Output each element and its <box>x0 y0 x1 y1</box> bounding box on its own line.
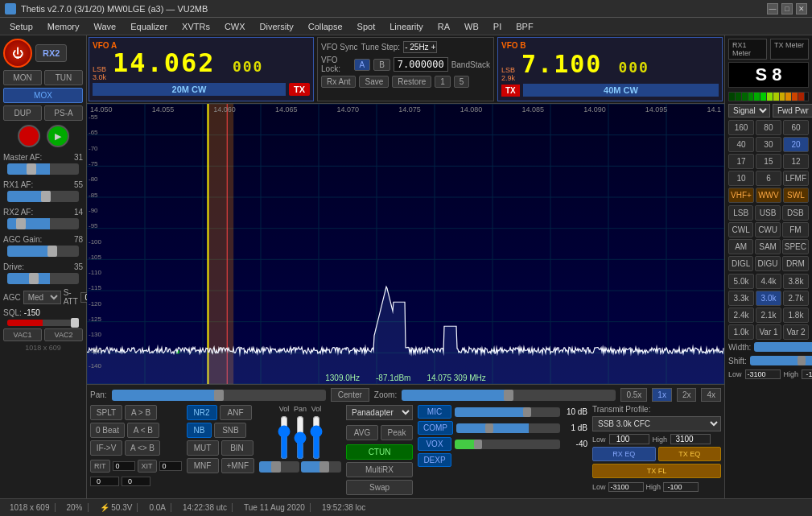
tun-button[interactable]: TUN <box>44 70 83 85</box>
rit-value[interactable] <box>113 461 135 471</box>
rx2-button[interactable]: RX2 <box>35 44 67 62</box>
rx-ant-btn[interactable]: Rx Ant <box>321 76 356 88</box>
minimize-btn[interactable]: — <box>767 3 778 14</box>
vfo-a-freq[interactable]: 14.062 000 <box>113 50 263 76</box>
tx-profile-select[interactable]: SSB 3.0k CFC <box>592 416 721 431</box>
band-wwv[interactable]: WWV <box>756 188 781 203</box>
band-80[interactable]: 80 <box>756 120 781 135</box>
play-button[interactable]: ▶ <box>47 125 69 147</box>
high-filter-spin[interactable] <box>663 482 699 492</box>
agc-gain-slider[interactable] <box>7 246 79 257</box>
width-slider[interactable] <box>754 342 812 352</box>
pan-slider[interactable] <box>112 390 326 401</box>
zoom-4-btn[interactable]: 4x <box>701 388 721 402</box>
plus-mnf-btn[interactable]: +MNF <box>221 458 255 473</box>
high-spin[interactable] <box>670 434 711 444</box>
mode-digl[interactable]: DIGL <box>728 256 753 271</box>
menu-setup[interactable]: Setup <box>3 20 39 33</box>
filter-21k[interactable]: 2.1k <box>756 308 781 323</box>
swap-btn[interactable]: Swap <box>346 480 413 495</box>
avg-btn[interactable]: AVG <box>346 425 378 440</box>
ctun-btn[interactable]: CTUN <box>346 444 413 460</box>
band-lfmf[interactable]: LFMF <box>783 171 809 186</box>
zoom-2-btn[interactable]: 2x <box>677 388 697 402</box>
mode-sam[interactable]: SAM <box>755 239 780 254</box>
vfo-b-freq[interactable]: 7.100 000 <box>521 50 649 78</box>
filter-10k[interactable]: 1.0k <box>728 324 754 340</box>
mode-cwu[interactable]: CWU <box>755 222 780 237</box>
a-swap-b-btn[interactable]: A <> B <box>125 440 160 456</box>
menu-wb[interactable]: WB <box>458 20 485 33</box>
record-button[interactable] <box>18 125 40 147</box>
filter-24k[interactable]: 2.4k <box>728 308 754 323</box>
filter-var2[interactable]: Var 2 <box>783 324 809 340</box>
filter-38k[interactable]: 3.8k <box>783 274 809 289</box>
rit-btn[interactable]: RIT <box>90 460 110 473</box>
0-beat-btn[interactable]: 0 Beat <box>90 423 125 438</box>
zoom-slider[interactable] <box>402 390 616 401</box>
mic-slider[interactable] <box>455 407 560 417</box>
mon-button[interactable]: MON <box>3 70 42 85</box>
band-20[interactable]: 20 <box>783 137 809 152</box>
menu-spot[interactable]: Spot <box>351 20 382 33</box>
menu-ra[interactable]: RA <box>431 20 456 33</box>
vfo-b-mode[interactable]: 40M CW <box>523 84 719 97</box>
rit-input[interactable] <box>90 477 119 486</box>
band-15[interactable]: 15 <box>756 154 781 169</box>
vfo-a-mode[interactable]: 20M CW <box>93 83 286 96</box>
drive-slider[interactable] <box>7 273 79 284</box>
filter-5k[interactable]: 5.0k <box>728 274 754 289</box>
vox-button[interactable]: VOX <box>418 437 451 451</box>
band-swl[interactable]: SWL <box>783 188 809 203</box>
power-button[interactable]: ⏻ <box>3 39 32 68</box>
signal-select[interactable]: Signal <box>728 104 770 118</box>
save-btn[interactable]: Save <box>359 76 389 88</box>
zoom-1-btn[interactable]: 1x <box>652 388 672 402</box>
filter-low-spin[interactable] <box>745 369 781 379</box>
mode-dsb[interactable]: DSB <box>782 205 809 221</box>
mode-digu[interactable]: DIGU <box>755 256 780 271</box>
rx1-af-slider[interactable] <box>7 191 79 202</box>
comp-slider[interactable] <box>456 423 560 433</box>
restore-btn[interactable]: Restore <box>392 76 431 88</box>
vfo-lock-a[interactable]: A <box>354 59 371 71</box>
menu-equalizer[interactable]: Equalizer <box>124 20 174 33</box>
a-to-b-btn[interactable]: A > B <box>125 405 157 420</box>
band-vhf[interactable]: VHF+ <box>728 188 754 203</box>
mic-button[interactable]: MIC <box>418 405 451 419</box>
nr2-btn[interactable]: NR2 <box>187 405 217 420</box>
vfo-lock-b[interactable]: B <box>373 59 390 71</box>
filter-27k[interactable]: 2.7k <box>783 291 809 306</box>
b-to-a-btn[interactable]: A < B <box>127 423 159 438</box>
anf-btn[interactable]: ANF <box>220 405 252 420</box>
menu-memory[interactable]: Memory <box>41 20 86 33</box>
menu-collapse[interactable]: Collapse <box>302 20 349 33</box>
pan-slider-v[interactable] <box>294 415 307 460</box>
peak-btn[interactable]: Peak <box>381 425 413 440</box>
sql-slider[interactable] <box>7 320 79 326</box>
vol-slider-2[interactable] <box>310 415 323 460</box>
vol-slider-1[interactable] <box>278 415 291 460</box>
panadapter-select[interactable]: Panadapter Waterfall <box>346 405 413 420</box>
mode-fm[interactable]: FM <box>782 222 809 237</box>
menu-diversity[interactable]: Diversity <box>253 20 300 33</box>
bin-btn[interactable]: BIN <box>221 440 253 456</box>
xit-btn[interactable]: XIT <box>138 460 157 473</box>
psa-button[interactable]: PS-A <box>44 105 83 121</box>
master-af-slider[interactable] <box>7 163 79 175</box>
mode-lsb[interactable]: LSB <box>728 205 753 221</box>
filter-var1[interactable]: Var 1 <box>756 324 781 340</box>
band-60[interactable]: 60 <box>783 120 809 135</box>
filter-33k[interactable]: 3.3k <box>728 291 754 306</box>
mox-button[interactable]: MOX <box>3 88 83 103</box>
mode-cwl[interactable]: CWL <box>728 222 753 237</box>
h-slider-2[interactable] <box>301 461 341 473</box>
rx2-af-slider[interactable] <box>7 218 79 229</box>
band-12[interactable]: 12 <box>783 154 809 169</box>
mode-drm[interactable]: DRM <box>782 256 809 271</box>
filter-high-spin[interactable] <box>802 369 812 379</box>
tune-step-select[interactable]: - 25Hz + <box>403 41 437 53</box>
splt-btn[interactable]: SPLT <box>90 405 122 420</box>
tx-eq-btn[interactable]: TX EQ <box>658 447 722 461</box>
mut-btn[interactable]: MUT <box>187 440 219 456</box>
